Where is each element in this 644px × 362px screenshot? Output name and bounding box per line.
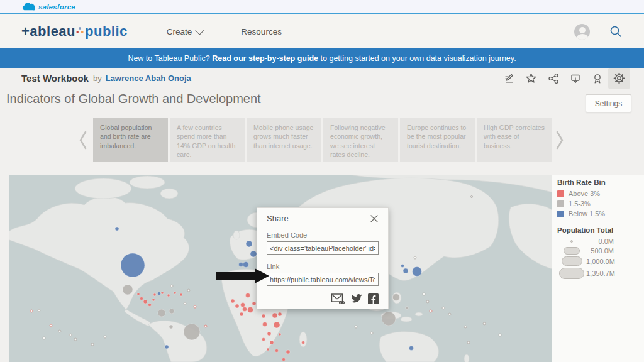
legend-label: Below 1.5%: [569, 210, 605, 217]
top-nav: +ableau public Create Resources: [0, 14, 644, 48]
legend-item: 1.5-3%: [557, 200, 644, 207]
size-legend-label: 1,000.0M: [586, 258, 614, 265]
facebook-icon[interactable]: [368, 293, 379, 304]
tableau-sparkle-icon: [76, 27, 84, 36]
settings-button[interactable]: Settings: [586, 94, 631, 112]
viz-title: Indicators of Global Growth and Developm…: [6, 92, 261, 106]
salesforce-cloud-icon: [21, 2, 35, 11]
edit-icon[interactable]: [498, 68, 520, 89]
population-legend-title: Population Total: [557, 226, 644, 234]
legend-swatch: [557, 200, 564, 207]
avatar-body: [577, 34, 588, 40]
share-icon[interactable]: [542, 68, 564, 89]
share-dialog-title: Share: [267, 214, 289, 223]
author-link[interactable]: Lawrence Abah Onoja: [106, 74, 191, 83]
search-icon[interactable]: [609, 25, 623, 38]
resources-label: Resources: [241, 27, 282, 36]
salesforce-wordmark: salesforce: [38, 3, 75, 11]
legend-label: 1.5-3%: [569, 200, 591, 207]
population-legend-items: 0.0M500.0M1,000.0M1,350.7M: [557, 238, 644, 279]
story-tab-6[interactable]: High GDP correlates with ease of busines…: [477, 118, 552, 162]
story-tab-1[interactable]: Global population and birth rate are imb…: [93, 118, 168, 162]
email-share-icon[interactable]: [331, 292, 345, 305]
legend-item: Below 1.5%: [557, 210, 644, 217]
banner-guide-link[interactable]: Read our step-by-step guide: [212, 54, 318, 63]
favorite-star-icon[interactable]: [520, 68, 542, 89]
tableau-public-logo[interactable]: +ableau public: [21, 23, 128, 40]
legend-item: Above 3%: [557, 190, 644, 197]
story-tab-2[interactable]: A few countries spend more than 14% GDP …: [170, 118, 245, 162]
legend-label: Above 3%: [569, 190, 600, 197]
promo-banner: New to Tableau Public? Read our step-by-…: [0, 48, 644, 68]
size-legend-shape: [570, 240, 573, 243]
nav-resources[interactable]: Resources: [241, 27, 282, 36]
share-dialog: Share Embed Code Link: [257, 207, 389, 309]
banner-text-suffix: to getting started on your own data visu…: [318, 54, 516, 63]
size-legend-shape: [562, 256, 582, 266]
by-label: by: [93, 74, 102, 83]
story-tab-4[interactable]: Following negative economic growth, we s…: [323, 118, 398, 162]
size-legend-item: 0.0M: [557, 238, 644, 245]
salesforce-bar: salesforce: [0, 0, 644, 14]
settings-gear-icon[interactable]: [608, 68, 630, 89]
story-prev-chevron-icon[interactable]: [77, 129, 89, 151]
size-legend-item: 1,350.7M: [557, 268, 644, 279]
story-next-chevron-icon[interactable]: [554, 129, 565, 151]
create-label: Create: [167, 27, 192, 36]
logo-tableau-text: +ableau: [21, 23, 75, 40]
workbook-header: Test Workbook by Lawrence Abah Onoja: [0, 68, 644, 89]
close-icon[interactable]: [370, 214, 379, 223]
size-legend-shape: [564, 247, 580, 255]
size-legend-item: 1,000.0M: [557, 256, 644, 266]
profile-avatar[interactable]: [574, 24, 590, 40]
share-social-icons: [267, 292, 379, 305]
chevron-down-icon: [196, 26, 204, 35]
settings-button-label: Settings: [595, 99, 622, 108]
salesforce-logo[interactable]: salesforce: [21, 2, 75, 11]
banner-text-prefix: New to Tableau Public?: [128, 54, 212, 63]
embed-code-label: Embed Code: [267, 231, 379, 239]
legend-panel: Birth Rate Bin Above 3%1.5-3%Below 1.5% …: [552, 175, 644, 362]
download-icon[interactable]: [564, 68, 586, 89]
story-tab-5[interactable]: Europe continues to be the most popular …: [400, 118, 475, 162]
size-legend-label: 0.0M: [586, 238, 614, 245]
avatar-head: [579, 27, 586, 33]
size-legend-label: 500.0M: [586, 247, 614, 255]
embed-code-input[interactable]: [267, 241, 379, 255]
story-tab-3[interactable]: Mobile phone usage grows much faster tha…: [247, 118, 321, 162]
workbook-title: Test Workbook: [21, 73, 89, 84]
size-legend-label: 1,350.7M: [586, 270, 614, 277]
story-navigation: Global population and birth rate are imb…: [0, 118, 644, 162]
twitter-icon[interactable]: [350, 293, 363, 304]
birth-rate-legend-items: Above 3%1.5-3%Below 1.5%: [557, 190, 644, 217]
birth-rate-legend-title: Birth Rate Bin: [557, 178, 644, 186]
workbook-action-icons: [498, 68, 630, 89]
size-legend-shape: [559, 268, 584, 279]
story-tabs: Global population and birth rate are imb…: [93, 118, 552, 162]
link-input[interactable]: [267, 273, 379, 286]
legend-swatch: [557, 190, 564, 197]
link-label: Link: [267, 263, 379, 270]
size-legend-item: 500.0M: [557, 247, 644, 255]
logo-public-text: public: [85, 23, 128, 40]
legend-swatch: [557, 211, 564, 217]
award-icon[interactable]: [586, 68, 608, 89]
nav-create-menu[interactable]: Create: [167, 27, 203, 36]
tableau-public-page: salesforce +ableau public Create Resourc…: [0, 0, 644, 362]
